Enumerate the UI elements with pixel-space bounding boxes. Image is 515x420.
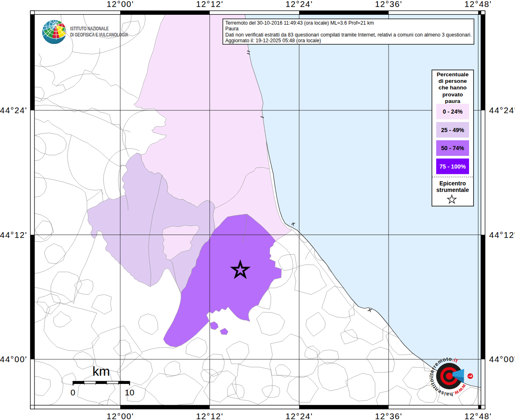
svg-text:12°36': 12°36' bbox=[375, 411, 403, 420]
svg-text:12°48': 12°48' bbox=[465, 0, 492, 9]
svg-text:12°12': 12°12' bbox=[196, 411, 224, 420]
svg-text:44°00': 44°00' bbox=[0, 354, 27, 364]
svg-text:44°12': 44°12' bbox=[0, 230, 27, 240]
svg-text:provato: provato bbox=[442, 91, 463, 98]
svg-text:0 - 24%: 0 - 24% bbox=[443, 108, 463, 115]
svg-text:12°00': 12°00' bbox=[107, 0, 134, 9]
svg-text:10: 10 bbox=[125, 388, 134, 397]
svg-text:Aggiornato il: 19-12-2025 05:4: Aggiornato il: 19-12-2025 05:48 (ora loc… bbox=[225, 38, 321, 43]
svg-text:Terremoto del 30-10-2016 11:49: Terremoto del 30-10-2016 11:49:43 (ora l… bbox=[225, 20, 374, 26]
svg-text:che hanno: che hanno bbox=[439, 84, 467, 91]
svg-text:12°24': 12°24' bbox=[286, 0, 313, 9]
svg-text:44°12': 44°12' bbox=[489, 230, 515, 240]
svg-text:44°24': 44°24' bbox=[0, 105, 27, 115]
svg-text:12°12': 12°12' bbox=[196, 0, 224, 9]
svg-text:44°24': 44°24' bbox=[489, 105, 515, 115]
svg-text:50 - 74%: 50 - 74% bbox=[441, 145, 465, 151]
svg-text:12°48': 12°48' bbox=[465, 411, 492, 420]
svg-text:km: km bbox=[92, 364, 110, 379]
svg-text:75 - 100%: 75 - 100% bbox=[439, 163, 466, 170]
svg-text:44°00': 44°00' bbox=[489, 354, 515, 364]
svg-text:paura: paura bbox=[445, 98, 460, 104]
svg-text:strumentale: strumentale bbox=[436, 187, 469, 193]
svg-text:Paura: Paura bbox=[225, 26, 239, 32]
svg-text:12°36': 12°36' bbox=[375, 0, 403, 9]
svg-text:di persone: di persone bbox=[438, 78, 467, 84]
svg-text:Dati non verificati estratti d: Dati non verificati estratti da 83 quest… bbox=[225, 32, 472, 38]
svg-text:ISTITUTO NAZIONALE: ISTITUTO NAZIONALE bbox=[70, 25, 109, 31]
svg-text:Epicentro: Epicentro bbox=[439, 180, 466, 187]
svg-text:12°24': 12°24' bbox=[286, 411, 313, 420]
svg-text:25 - 49%: 25 - 49% bbox=[441, 127, 465, 133]
svg-text:0: 0 bbox=[71, 388, 76, 397]
svg-text:12°00': 12°00' bbox=[107, 411, 134, 420]
svg-text:Percentuale: Percentuale bbox=[437, 71, 469, 78]
svg-text:DI GEOFISICA E VULCANOLOGIA: DI GEOFISICA E VULCANOLOGIA bbox=[70, 32, 128, 38]
